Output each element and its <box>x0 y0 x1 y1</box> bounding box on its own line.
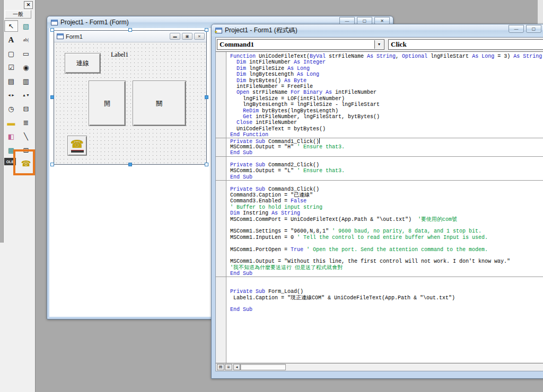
handle-top-left[interactable] <box>50 28 54 32</box>
code-line: Private Sub Command1_Click() <box>216 138 543 144</box>
optionbutton-icon[interactable]: ◉ <box>19 61 33 73</box>
commandbutton-icon[interactable]: ▭ <box>19 48 33 59</box>
form1-icon <box>57 33 64 39</box>
picturebox-icon[interactable]: ▧ <box>19 20 33 32</box>
full-module-view-button[interactable]: ≣ <box>225 364 232 370</box>
filelistbox-icon[interactable]: ≣ <box>19 117 33 128</box>
code-line: Function UniCodeFileText(ByVal strFileNa… <box>230 54 543 59</box>
code-line: Command3.Caption = "已連線" <box>230 192 543 198</box>
handle-top-center[interactable] <box>128 28 132 32</box>
code-footer: ▤ ≣ ◄ <box>216 363 543 371</box>
handle-mid-left[interactable] <box>50 95 54 99</box>
mscomm-control[interactable]: ☎ <box>67 136 87 156</box>
toolbox-edge <box>0 0 4 243</box>
timer-icon[interactable]: ◷ <box>4 103 18 114</box>
handle-top-right[interactable] <box>205 28 208 32</box>
code-line: End Sub <box>230 150 543 156</box>
code-line: lngFileSize = LOF(intFileNumber) <box>230 96 543 102</box>
code-line: Private Sub Command3_Click() <box>230 186 543 192</box>
handle-bottom-right[interactable] <box>205 163 208 166</box>
chevron-down-icon[interactable]: ▼ <box>374 40 383 49</box>
form1-titlebar: Form1 ▬ ▣ ✕ <box>54 31 206 42</box>
textbox-icon[interactable]: ab| <box>19 34 33 46</box>
dirlistbox-icon[interactable]: ▬ <box>4 117 18 128</box>
code-line <box>216 277 543 282</box>
code-line: Dim lngBytesLength As Long <box>230 72 543 77</box>
line-icon[interactable]: ╲ <box>19 130 33 142</box>
code-line <box>230 301 543 307</box>
code-line: Command3.Enabled = False <box>230 198 543 204</box>
code-line: MSComm1.Output = "H" ' Ensure that3. <box>230 144 543 150</box>
code-window: ✦ Project1 - Form1 (程式碼) — ▢ Command1 ▼ … <box>211 24 543 379</box>
code-line: Close intFileNumber <box>230 120 543 126</box>
code-line <box>230 253 543 259</box>
code-line <box>216 180 543 186</box>
code-editor[interactable]: Function UniCodeFileText(ByVal strFileNa… <box>216 51 543 363</box>
pointer-icon[interactable]: ↖ <box>4 20 18 32</box>
vscrollbar-icon[interactable]: ▲▼ <box>19 89 33 101</box>
frame-icon[interactable]: ▢ <box>4 48 18 59</box>
code-line: Dim lngFileSize As Long <box>230 66 543 72</box>
handle-mid-right[interactable] <box>205 95 208 99</box>
form1-design-surface[interactable]: Form1 ▬ ▣ ✕ 連線 Label1 開 關 ☎ <box>54 30 207 165</box>
mscomm-highlight-box <box>13 149 35 175</box>
text-cursor <box>319 138 320 144</box>
checkbox-icon[interactable]: ☑ <box>4 61 18 73</box>
code-line <box>230 222 543 228</box>
connect-button[interactable]: 連線 <box>65 53 101 74</box>
code-margin-strip[interactable] <box>216 52 226 363</box>
code-line: intFileNumber = FreeFile <box>230 84 543 90</box>
form1-close-button[interactable]: ✕ <box>194 33 205 40</box>
hscroll-left-arrow[interactable]: ◄ <box>233 364 240 370</box>
form1-maximize-button[interactable]: ▣ <box>182 33 192 40</box>
code-line: Private Sub Command2_Click() <box>230 162 543 168</box>
close-relay-button[interactable]: 關 <box>133 81 186 126</box>
event-combo-value: Click <box>391 40 407 48</box>
form1-grid-surface[interactable]: 連線 Label1 開 關 ☎ <box>55 42 206 164</box>
code-line <box>230 240 543 246</box>
code-line: MSComm1.Output = "L" ' Ensure that3. <box>230 168 543 174</box>
code-line: MSComm1.InputLen = 0 ' Tell the control … <box>230 235 543 240</box>
form1-minimize-button[interactable]: ▬ <box>170 33 180 40</box>
drivelistbox-icon[interactable]: ⊟ <box>19 103 33 114</box>
hscrollbar-icon[interactable]: ◄► <box>4 89 18 101</box>
code-flash-icon: ✦ <box>214 30 218 34</box>
handle-bottom-center[interactable] <box>128 163 132 166</box>
code-content: Command1 ▼ Click Function UniCodeFileTex… <box>215 37 543 371</box>
code-minimize-button[interactable]: — <box>509 25 524 33</box>
label1[interactable]: Label1 <box>111 51 128 59</box>
handle-bottom-left[interactable] <box>50 163 54 166</box>
code-line: End Sub <box>230 271 543 277</box>
form-window-icon <box>51 20 58 25</box>
open-button[interactable]: 開 <box>89 81 126 126</box>
code-line: Dim intFileNumber As Integer <box>230 59 543 65</box>
code-line: End Sub <box>230 307 543 313</box>
toolbox-close-button[interactable]: ✕ <box>24 1 33 9</box>
toolbox-panel: ✕ 一般 ↖▧Aab|▢▭☑◉▤▥◄►▲▼◷⊟▬≣◧╲▩⊞OLE☎ <box>0 0 36 392</box>
hscroll-track[interactable] <box>240 364 286 370</box>
designer-title: Project1 - Form1 (Form) <box>60 19 129 26</box>
code-line: ReDim bytBytes(lngBytesLength) <box>230 108 543 114</box>
code-line: Get intFileNumber, lngFileStart, bytByte… <box>230 114 543 120</box>
object-combobox[interactable]: Command1 ▼ <box>217 39 384 50</box>
event-combobox[interactable]: Click <box>388 39 543 50</box>
shape-icon[interactable]: ◧ <box>4 130 18 142</box>
code-line: End Sub <box>230 174 543 180</box>
code-line: MSComm1.Output = "Without this line, the… <box>230 259 543 264</box>
code-line: MSComm1.PortOpen = True ' Open the port.… <box>230 247 543 253</box>
telephone-icon: ☎ <box>71 139 84 149</box>
label-icon[interactable]: A <box>4 34 18 46</box>
procedure-view-button[interactable]: ▤ <box>217 364 224 370</box>
code-window-icon: ✦ <box>215 28 222 33</box>
object-combo-value: Command1 <box>220 40 254 48</box>
code-maximize-button[interactable]: ▢ <box>526 25 541 33</box>
code-line: ' Buffer to hold input string <box>230 204 543 210</box>
toolbox-tab-general[interactable]: 一般 <box>5 10 31 19</box>
combo-row: Command1 ▼ Click <box>216 38 543 51</box>
code-line: Private Sub Form_Load() <box>230 289 543 295</box>
form1-title: Form1 <box>66 33 170 40</box>
combobox-icon[interactable]: ▤ <box>4 75 18 87</box>
code-titlebar[interactable]: ✦ Project1 - Form1 (程式碼) <box>212 24 543 36</box>
code-line: Label1.Caption = "現正連線COM" & UniCodeFile… <box>230 295 543 301</box>
listbox-icon[interactable]: ▥ <box>19 75 33 87</box>
